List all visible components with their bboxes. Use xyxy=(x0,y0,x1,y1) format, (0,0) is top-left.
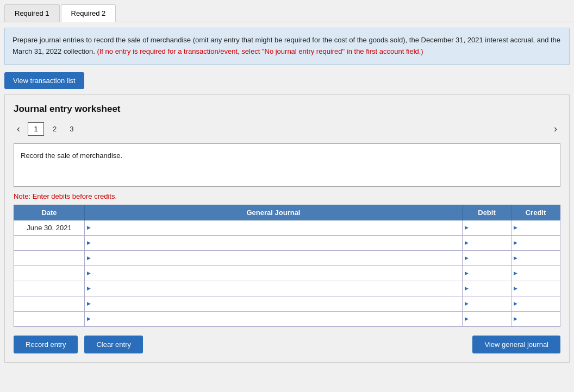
view-transaction-button[interactable]: View transaction list xyxy=(4,72,84,89)
date-cell-5 xyxy=(14,296,85,311)
journal-input-6[interactable] xyxy=(92,312,462,326)
debit-input-6[interactable] xyxy=(470,312,511,326)
debit-input-1[interactable] xyxy=(470,236,511,250)
debit-cell-2[interactable] xyxy=(463,250,511,265)
debit-input-3[interactable] xyxy=(470,266,511,281)
journal-cell-3[interactable] xyxy=(85,265,463,281)
table-row xyxy=(14,235,560,250)
journal-cell-1[interactable] xyxy=(85,235,463,250)
table-row xyxy=(14,265,560,281)
table-row xyxy=(14,296,560,311)
journal-input-1[interactable] xyxy=(92,236,462,250)
credit-input-4[interactable] xyxy=(519,281,560,296)
debit-input-4[interactable] xyxy=(470,281,511,296)
credit-input-0[interactable] xyxy=(519,220,560,235)
prev-page-button[interactable]: ‹ xyxy=(14,122,23,136)
col-header-general-journal: General Journal xyxy=(85,205,463,220)
clear-entry-button[interactable]: Clear entry xyxy=(84,336,143,353)
page-num-2[interactable]: 2 xyxy=(48,123,61,135)
credit-input-2[interactable] xyxy=(519,251,560,265)
credit-input-6[interactable] xyxy=(519,312,560,326)
credit-cell-3[interactable] xyxy=(511,265,560,281)
date-cell-4 xyxy=(14,281,85,296)
credit-input-1[interactable] xyxy=(519,236,560,250)
date-cell-0: June 30, 2021 xyxy=(14,220,85,235)
date-cell-2 xyxy=(14,250,85,265)
journal-input-5[interactable] xyxy=(92,296,462,311)
credit-cell-0[interactable] xyxy=(511,220,560,235)
journal-input-2[interactable] xyxy=(92,251,462,265)
col-header-debit: Debit xyxy=(463,205,511,220)
journal-cell-6[interactable] xyxy=(85,311,463,326)
tab-required2[interactable]: Required 2 xyxy=(61,4,116,22)
description-box: Record the sale of merchandise. xyxy=(14,143,560,187)
debit-cell-4[interactable] xyxy=(463,281,511,296)
journal-input-3[interactable] xyxy=(92,266,462,281)
debit-cell-1[interactable] xyxy=(463,235,511,250)
worksheet-title: Journal entry worksheet xyxy=(14,104,560,115)
credit-input-5[interactable] xyxy=(519,296,560,311)
worksheet-container: Journal entry worksheet ‹ 1 2 3 › Record… xyxy=(4,94,570,363)
debit-input-0[interactable] xyxy=(470,220,511,235)
debit-input-2[interactable] xyxy=(470,251,511,265)
tab-required1[interactable]: Required 1 xyxy=(4,4,60,22)
debit-cell-6[interactable] xyxy=(463,311,511,326)
table-row xyxy=(14,250,560,265)
table-row xyxy=(14,311,560,326)
col-header-credit: Credit xyxy=(511,205,560,220)
debit-cell-3[interactable] xyxy=(463,265,511,281)
journal-input-0[interactable] xyxy=(92,220,462,235)
date-cell-1 xyxy=(14,235,85,250)
next-page-button[interactable]: › xyxy=(551,122,560,136)
journal-cell-4[interactable] xyxy=(85,281,463,296)
table-row: June 30, 2021 xyxy=(14,220,560,235)
col-header-date: Date xyxy=(14,205,85,220)
page-num-1[interactable]: 1 xyxy=(28,122,44,136)
instruction-red-text: (If no entry is required for a transacti… xyxy=(97,47,423,55)
page-num-3[interactable]: 3 xyxy=(65,123,78,135)
note-text: Note: Enter debits before credits. xyxy=(14,192,560,200)
record-entry-button[interactable]: Record entry xyxy=(14,336,78,353)
credit-cell-1[interactable] xyxy=(511,235,560,250)
journal-input-4[interactable] xyxy=(92,281,462,296)
description-text: Record the sale of merchandise. xyxy=(21,151,122,160)
debit-input-5[interactable] xyxy=(470,296,511,311)
date-cell-6 xyxy=(14,311,85,326)
credit-cell-5[interactable] xyxy=(511,296,560,311)
page-nav-row: ‹ 1 2 3 › xyxy=(14,122,560,136)
instruction-box: Prepare journal entries to record the sa… xyxy=(4,28,570,65)
date-cell-3 xyxy=(14,265,85,281)
journal-cell-2[interactable] xyxy=(85,250,463,265)
journal-cell-0[interactable] xyxy=(85,220,463,235)
credit-cell-6[interactable] xyxy=(511,311,560,326)
credit-cell-2[interactable] xyxy=(511,250,560,265)
journal-cell-5[interactable] xyxy=(85,296,463,311)
view-general-journal-button[interactable]: View general journal xyxy=(472,336,560,353)
table-row xyxy=(14,281,560,296)
credit-input-3[interactable] xyxy=(519,266,560,281)
journal-table: Date General Journal Debit Credit June 3… xyxy=(14,205,560,327)
debit-cell-0[interactable] xyxy=(463,220,511,235)
credit-cell-4[interactable] xyxy=(511,281,560,296)
debit-cell-5[interactable] xyxy=(463,296,511,311)
bottom-buttons: Record entry Clear entry View general jo… xyxy=(14,336,560,353)
tabs-bar: Required 1 Required 2 xyxy=(0,0,574,22)
